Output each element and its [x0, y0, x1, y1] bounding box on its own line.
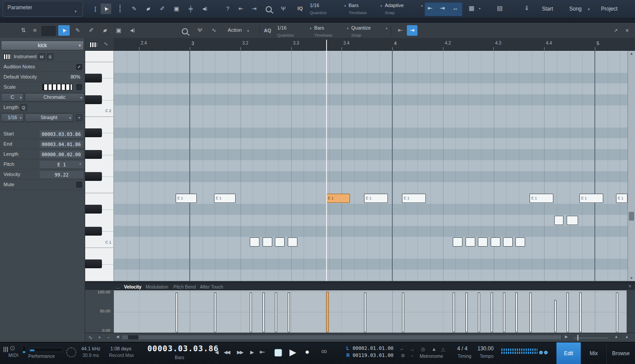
midi-note[interactable] [466, 237, 475, 247]
fit-range-icon[interactable]: ↔ [452, 5, 458, 11]
bracket-select-icon[interactable]: [ [90, 4, 101, 14]
scale-checkbox[interactable] [76, 84, 82, 90]
audition-notes-checkbox[interactable]: ✓ [76, 64, 82, 70]
midi-note[interactable] [567, 216, 578, 225]
tab-more[interactable]: ... [116, 284, 120, 289]
piano-black-key[interactable] [85, 227, 102, 236]
keyboard-view-icon[interactable] [90, 42, 98, 48]
scroll-right-button[interactable]: ▶ [565, 334, 568, 339]
listen-tool-icon[interactable]: ◀) [199, 4, 210, 14]
note-pitch-field[interactable]: E 1 ▾ [40, 160, 83, 168]
arrow-tool-icon[interactable]: ➤ [101, 4, 111, 14]
loop-button[interactable]: ∞ [321, 347, 327, 356]
next-marker-button[interactable]: ▶ [250, 349, 254, 355]
quantize-strength-button[interactable]: Q [20, 104, 27, 111]
track-height-icon[interactable]: ⇅ [18, 25, 29, 36]
input-quantize-toggle[interactable]: IQ [297, 6, 303, 11]
parameter-dropdown[interactable]: Parameter ▾ [3, 1, 83, 17]
velocity-bar[interactable] [503, 293, 505, 332]
stop-button[interactable] [274, 349, 282, 356]
eraser-tool-icon[interactable]: ▰ [143, 4, 154, 14]
curve-icon[interactable]: ∿ [208, 25, 220, 36]
listen-tool-icon[interactable]: ◀) [127, 25, 138, 36]
scale-type-dropdown[interactable]: Chromatic ▾ [25, 93, 84, 101]
zoom-curve-icon[interactable]: ∿ [88, 334, 93, 341]
piano-keyboard[interactable]: C 2C 1 [85, 51, 114, 281]
zoom-slider-handle[interactable] [577, 335, 579, 341]
vertical-zoom-button-1[interactable]: ▲ [614, 334, 618, 339]
chevron-down-icon[interactable]: ▾ [479, 7, 481, 11]
instrument-row[interactable]: Instrument M S [0, 52, 85, 62]
time-unit[interactable]: Bars [175, 355, 184, 360]
nav-start-button[interactable]: Start [542, 6, 553, 12]
midi-note[interactable] [275, 237, 285, 247]
timebase-dropdown[interactable]: Bars ▾ Timebase [349, 2, 383, 15]
note-end-field[interactable]: 00003.04.01.86 [40, 140, 83, 148]
return-to-zero-button[interactable]: ⇤ [259, 348, 265, 356]
midi-note[interactable] [250, 237, 259, 247]
paint-tool-icon[interactable]: ✐ [86, 25, 97, 36]
tempo-value[interactable]: 130.00 [477, 345, 494, 352]
metronome-count-icon[interactable]: △ [441, 346, 445, 352]
quantize-dropdown[interactable]: 1/16 ▾ Quantize [310, 2, 347, 15]
time-display[interactable]: 00003.03.03.86 [147, 344, 219, 353]
key-dropdown[interactable]: C ▾ [1, 93, 24, 101]
velocity-bar[interactable] [214, 293, 216, 332]
note-velocity-field[interactable]: 99.22 [40, 170, 83, 178]
goto-end-icon[interactable]: ⇥ [440, 5, 445, 11]
velocity-bar[interactable] [567, 293, 569, 332]
midi-note[interactable]: E 1 [326, 194, 350, 203]
loop-right-value[interactable]: 00119.03.01.00 [353, 353, 394, 358]
midi-note[interactable]: E 1 [530, 194, 553, 203]
snap-to-end-icon[interactable]: ⇥ [407, 25, 417, 36]
time-signature[interactable]: 4 / 4 [457, 345, 467, 352]
help-icon[interactable]: ? [222, 4, 233, 14]
midi-note[interactable] [515, 237, 525, 247]
arrow-tool-icon[interactable]: ➤ [58, 25, 70, 36]
tab-modulation[interactable]: Modulation [146, 284, 168, 289]
preroll-icon[interactable]: ⌐ [401, 346, 403, 352]
feel-dropdown[interactable]: Straight ▾ [25, 113, 73, 122]
piano-black-key[interactable] [85, 74, 102, 83]
midi-note[interactable]: E 1 [214, 194, 236, 203]
return-start-icon[interactable]: ⇤ [428, 5, 432, 11]
vertical-zoom-button-2[interactable]: ▲ [625, 334, 629, 339]
mix-page-button[interactable]: Mix [581, 342, 606, 364]
close-icon[interactable]: × [628, 283, 631, 289]
velocity-bar[interactable] [288, 293, 290, 332]
velocity-bar[interactable] [478, 293, 480, 332]
piano-black-key[interactable] [85, 95, 102, 104]
piano-black-key[interactable] [85, 205, 102, 214]
zoom-tool-icon[interactable] [182, 28, 188, 34]
click-icon[interactable]: ◎ [421, 346, 425, 352]
audition-icon[interactable]: Ψ [194, 25, 206, 36]
default-velocity-value[interactable]: 80% [71, 74, 83, 79]
midi-note[interactable]: E 1 [579, 194, 603, 203]
velocity-bar[interactable] [530, 293, 532, 332]
locate-next-icon[interactable]: ⇥ [249, 4, 259, 14]
velocity-bar[interactable] [579, 293, 582, 332]
velocity-bar[interactable] [263, 293, 265, 332]
dash-icon[interactable]: − [411, 353, 413, 358]
timebase-dropdown[interactable]: Bars ▾ Timebase [314, 25, 349, 38]
note-start-field[interactable]: 00003.03.03.86 [40, 130, 83, 138]
edit-page-button[interactable]: Edit [556, 342, 581, 364]
velocity-bar[interactable] [515, 293, 518, 332]
event-tool-icon[interactable]: ▣ [113, 25, 124, 36]
midi-note[interactable]: E 1 [364, 194, 388, 203]
track-list-icon[interactable]: ≡ [29, 25, 41, 36]
eraser-tool-icon[interactable]: ▰ [99, 25, 111, 36]
timeline-ruler[interactable]: 2.433.23.33.444.24.34.45 [114, 38, 635, 51]
midi-note[interactable] [263, 237, 272, 247]
snap-dropdown[interactable]: Quantize ▾ Snap [351, 25, 388, 38]
piano-black-key[interactable] [85, 172, 102, 181]
autopunch-icon[interactable]: ↔ [410, 346, 415, 352]
note-start-icon[interactable]: ⇤ [395, 25, 406, 36]
velocity-lane[interactable] [114, 290, 627, 333]
scroll-up-icon[interactable]: ▲ [628, 52, 635, 56]
tab-after-touch[interactable]: After Touch [200, 284, 223, 289]
playhead[interactable] [326, 40, 327, 281]
zoom-out-button[interactable]: − [107, 334, 110, 341]
scale-keys-widget[interactable] [42, 84, 72, 90]
browse-page-button[interactable]: Browse [606, 342, 635, 364]
